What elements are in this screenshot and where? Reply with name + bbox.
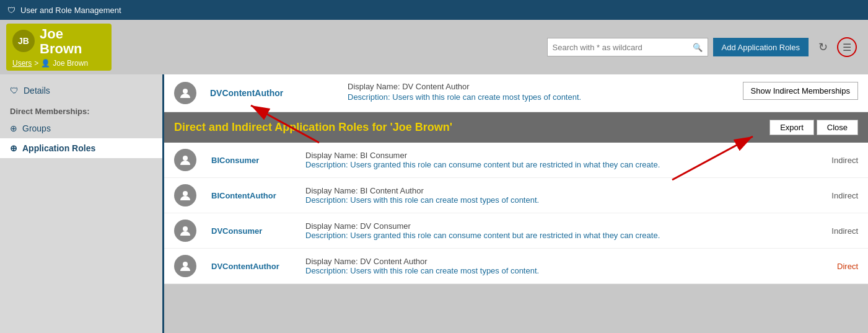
svg-point-3: [183, 226, 188, 231]
table-row: DVConsumer Display Name: DV Consumer Des…: [164, 213, 868, 249]
dialog-buttons: Export Close: [769, 120, 858, 135]
table-row: BIContentAuthor Display Name: BI Content…: [164, 178, 868, 213]
role-icon-bicontentauthor: [174, 184, 196, 206]
search-box: 🔍: [547, 38, 708, 56]
role-info-dvcontentauthor: Display Name: DV Content Author Descript…: [305, 257, 813, 275]
role-dn-bicontentauthor: Display Name: BI Content Author: [305, 186, 813, 195]
role-dn-dvconsumer: Display Name: DV Consumer: [305, 221, 813, 231]
svg-point-0: [183, 89, 188, 94]
sidebar: 🛡 Details Direct Memberships: ⊕ Groups ⊕…: [0, 74, 164, 333]
shield-icon-top: 🛡: [7, 6, 15, 15]
role-icon-dvconsumer: [174, 220, 196, 242]
role-desc-biconsumer: Description: Users granted this role can…: [305, 160, 813, 169]
app-roles-icon: ⊕: [10, 143, 17, 153]
svg-point-4: [183, 262, 188, 267]
header-right: 🔍 Add Application Roles ↻ ☰: [112, 37, 862, 57]
svg-point-1: [183, 156, 188, 161]
sidebar-item-details[interactable]: 🛡 Details: [0, 81, 162, 100]
sidebar-details-label: Details: [24, 86, 50, 95]
dialog-header: Direct and Indirect Application Roles fo…: [164, 112, 868, 143]
search-input[interactable]: [553, 43, 689, 52]
user-header: JB Joe Brown Users > 👤 Joe Brown 🔍 Add A…: [0, 20, 868, 74]
table-row: DVContentAuthor Display Name: DV Content…: [164, 249, 868, 284]
role-type-dvcontentauthor: Direct: [821, 262, 858, 271]
search-icon: 🔍: [693, 43, 703, 52]
sidebar-direct-memberships-label: Direct Memberships:: [0, 100, 162, 118]
role-type-dvconsumer: Indirect: [821, 226, 858, 236]
groups-icon: ⊕: [10, 123, 17, 133]
role-type-biconsumer: Indirect: [821, 156, 858, 165]
table-row: BIConsumer Display Name: BI Consumer Des…: [164, 143, 868, 178]
sidebar-app-roles-label: Application Roles: [22, 143, 95, 153]
top-role-name: DVContentAuthor: [210, 88, 283, 98]
content-area: DVContentAuthor Display Name: DV Content…: [164, 74, 868, 333]
main-layout: 🛡 Details Direct Memberships: ⊕ Groups ⊕…: [0, 74, 868, 333]
breadcrumb-users-link[interactable]: Users: [12, 59, 32, 68]
show-indirect-memberships-button[interactable]: Show Indirect Memberships: [743, 82, 858, 100]
sidebar-item-groups[interactable]: ⊕ Groups: [0, 118, 162, 138]
role-dn-dvcontentauthor: Display Name: DV Content Author: [305, 257, 813, 266]
app-title: User and Role Management: [20, 6, 121, 15]
add-application-roles-button[interactable]: Add Application Roles: [713, 38, 809, 56]
svg-point-2: [183, 191, 188, 196]
top-role-card: DVContentAuthor Display Name: DV Content…: [164, 74, 868, 112]
role-dn-biconsumer: Display Name: BI Consumer: [305, 151, 813, 160]
close-button[interactable]: Close: [817, 120, 858, 135]
role-desc-dvcontentauthor: Description: Users with this role can cr…: [305, 266, 813, 275]
breadcrumb-separator: >: [34, 59, 38, 68]
sidebar-groups-label: Groups: [22, 123, 51, 133]
role-name-biconsumer: BIConsumer: [211, 156, 298, 165]
dialog-panel: Direct and Indirect Application Roles fo…: [164, 112, 868, 284]
refresh-button[interactable]: ↻: [813, 38, 832, 56]
avatar: JB: [12, 30, 35, 52]
role-info-dvconsumer: Display Name: DV Consumer Description: U…: [305, 221, 813, 240]
export-button[interactable]: Export: [769, 120, 814, 135]
role-name-bicontentauthor: BIContentAuthor: [211, 191, 298, 200]
hamburger-menu-button[interactable]: ☰: [837, 37, 857, 57]
role-icon-top: [174, 82, 196, 104]
role-name-dvcontentauthor: DVContentAuthor: [211, 262, 298, 271]
shield-icon-sidebar: 🛡: [10, 86, 19, 95]
breadcrumb-user-icon: 👤: [41, 59, 50, 68]
roles-list: BIConsumer Display Name: BI Consumer Des…: [164, 143, 868, 284]
user-name: Joe Brown: [40, 27, 105, 56]
role-desc-bicontentauthor: Description: Users with this role can cr…: [305, 195, 813, 205]
role-desc-dvconsumer: Description: Users granted this role can…: [305, 231, 813, 240]
dialog-title: Direct and Indirect Application Roles fo…: [174, 121, 452, 134]
role-info-biconsumer: Display Name: BI Consumer Description: U…: [305, 151, 813, 169]
role-icon-biconsumer: [174, 149, 196, 171]
breadcrumb: Users > 👤 Joe Brown: [12, 59, 88, 68]
user-avatar-block: JB Joe Brown Users > 👤 Joe Brown: [6, 24, 112, 71]
role-info-bicontentauthor: Display Name: BI Content Author Descript…: [305, 186, 813, 205]
sidebar-item-app-roles[interactable]: ⊕ Application Roles: [0, 138, 162, 158]
top-bar: 🛡 User and Role Management: [0, 0, 868, 20]
role-name-dvconsumer: DVConsumer: [211, 226, 298, 236]
role-type-bicontentauthor: Indirect: [821, 191, 858, 200]
breadcrumb-current: Joe Brown: [53, 59, 88, 68]
role-icon-dvcontentauthor: [174, 255, 196, 277]
